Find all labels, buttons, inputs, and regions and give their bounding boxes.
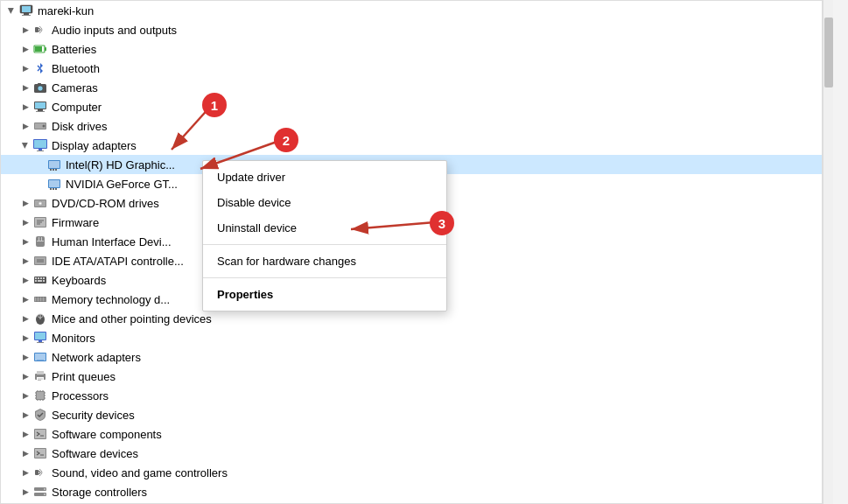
tree-item-network[interactable]: ▶Network adapters [1, 347, 822, 367]
context-menu-item-properties[interactable]: Properties [203, 282, 446, 307]
label-memory: Memory technology d... [52, 293, 170, 306]
label-cameras: Cameras [52, 81, 98, 94]
context-menu: Update driverDisable deviceUninstall dev… [202, 160, 447, 312]
expand-arrow-bluetooth[interactable]: ▶ [18, 61, 32, 75]
expand-arrow-memory[interactable]: ▶ [18, 292, 32, 306]
camera-icon [32, 80, 48, 95]
context-menu-item-disable-device[interactable]: Disable device [203, 190, 446, 215]
expand-arrow-software-dev[interactable]: ▶ [18, 446, 32, 460]
context-menu-item-scan-hardware[interactable]: Scan for hardware changes [203, 248, 446, 274]
label-dvd: DVD/CD-ROM drives [52, 197, 159, 210]
svg-rect-19 [34, 140, 46, 148]
dvd-icon [32, 195, 48, 211]
label-keyboards: Keyboards [52, 274, 106, 287]
svg-rect-28 [49, 180, 60, 187]
tree-item-monitors[interactable]: ▶Monitors [1, 328, 822, 347]
separator-after-uninstall-device [203, 244, 446, 245]
keyboard-icon [32, 272, 48, 288]
expand-arrow-cameras[interactable]: ▶ [18, 80, 32, 94]
svg-point-102 [44, 494, 46, 495]
hid-icon [32, 234, 48, 249]
label-network: Network adapters [52, 351, 141, 364]
monitor-icon [32, 330, 48, 346]
expand-arrow-batteries[interactable]: ▶ [18, 42, 32, 56]
expand-arrow-audio[interactable]: ▶ [18, 23, 32, 37]
memory-icon [32, 291, 48, 307]
svg-rect-74 [37, 371, 44, 374]
svg-rect-52 [40, 277, 42, 279]
expand-arrow-security[interactable]: ▶ [18, 408, 32, 422]
label-display: Display adapters [52, 139, 137, 152]
expand-arrow-firmware[interactable]: ▶ [18, 215, 32, 229]
expand-arrow-software-comp[interactable]: ▶ [18, 427, 32, 441]
tree-item-disk[interactable]: ▶Disk drives [1, 116, 822, 136]
expand-arrow-display[interactable]: ▶ [18, 138, 32, 152]
computer-icon [32, 99, 48, 115]
context-menu-items: Update driverDisable deviceUninstall dev… [203, 164, 446, 307]
svg-rect-43 [39, 237, 39, 241]
label-intel-gpu: Intel(R) HD Graphic... [66, 158, 175, 172]
sound-icon [32, 465, 48, 480]
label-software-dev: Software devices [52, 447, 138, 460]
svg-rect-14 [36, 111, 45, 112]
tree-item-software-dev[interactable]: ▶Software devices [1, 444, 822, 463]
tree-item-cameras[interactable]: ▶Cameras [1, 78, 822, 97]
scrollbar-thumb[interactable] [824, 18, 833, 88]
tree-item-computer[interactable]: ▶Computer [1, 97, 822, 116]
context-menu-item-uninstall-device[interactable]: Uninstall device [203, 215, 446, 241]
tree-item-storage[interactable]: ▶Storage controllers [1, 482, 822, 501]
expand-arrow-dvd[interactable]: ▶ [18, 196, 32, 210]
tree-item-processors[interactable]: ▶Processors [1, 386, 822, 405]
expand-arrow-keyboards[interactable]: ▶ [18, 273, 32, 287]
svg-rect-29 [50, 188, 52, 190]
label-firmware: Firmware [52, 216, 99, 229]
bluetooth-icon [32, 60, 48, 76]
context-menu-item-update-driver[interactable]: Update driver [203, 164, 446, 190]
tree-item-security[interactable]: ▶Security devices [1, 405, 822, 424]
annotation-3: 3 [430, 211, 454, 235]
expand-arrow-monitors[interactable]: ▶ [18, 331, 32, 345]
tree-item-software-comp[interactable]: ▶Software components [1, 424, 822, 444]
expand-arrow-mice[interactable]: ▶ [18, 312, 32, 326]
audio-icon [32, 22, 48, 38]
svg-rect-98 [35, 470, 39, 475]
tree-item-sound[interactable]: ▶Sound, video and game controllers [1, 463, 822, 482]
tree-item-batteries[interactable]: ▶Batteries [1, 39, 822, 59]
tree-item-print[interactable]: ▶Print queues [1, 367, 822, 386]
expand-arrow-hid[interactable]: ▶ [18, 234, 32, 248]
expand-arrow-processors[interactable]: ▶ [18, 388, 32, 402]
software-icon [32, 445, 48, 461]
expand-arrow-ide[interactable]: ▶ [18, 254, 32, 268]
expand-arrow-print[interactable]: ▶ [18, 369, 32, 383]
expand-arrow-storage[interactable]: ▶ [18, 485, 32, 499]
svg-rect-24 [50, 169, 52, 171]
scrollbar[interactable] [823, 0, 833, 504]
svg-rect-10 [38, 83, 41, 85]
expand-arrow-disk[interactable]: ▶ [18, 119, 32, 133]
tree-item-bluetooth[interactable]: ▶Bluetooth [1, 59, 822, 78]
label-processors: Processors [52, 389, 109, 402]
label-computer: Computer [52, 101, 102, 114]
label-software-comp: Software components [52, 428, 162, 441]
label-bluetooth: Bluetooth [52, 62, 100, 75]
expand-arrow-computer[interactable]: ▶ [18, 100, 32, 114]
svg-rect-3 [22, 15, 31, 16]
ide-icon [32, 253, 48, 269]
annotation-1: 1 [202, 93, 227, 117]
svg-rect-44 [41, 237, 42, 241]
root-node[interactable]: ▶ mareki-kun [1, 1, 822, 20]
root-expand-arrow[interactable]: ▶ [4, 4, 18, 18]
mice-icon [32, 311, 48, 326]
network-icon [32, 349, 48, 365]
label-ide: IDE ATA/ATAPI controlle... [52, 255, 184, 268]
expand-arrow-network[interactable]: ▶ [18, 350, 32, 364]
svg-rect-54 [35, 280, 37, 282]
svg-rect-12 [35, 102, 46, 108]
tree-item-display[interactable]: ▶Display adapters [1, 136, 822, 155]
svg-rect-25 [53, 169, 54, 171]
tree-item-mice[interactable]: ▶Mice and other pointing devices [1, 309, 822, 328]
svg-rect-1 [22, 6, 31, 12]
label-sound: Sound, video and game controllers [52, 466, 228, 480]
tree-item-audio[interactable]: ▶Audio inputs and outputs [1, 20, 822, 39]
expand-arrow-sound[interactable]: ▶ [18, 466, 32, 480]
